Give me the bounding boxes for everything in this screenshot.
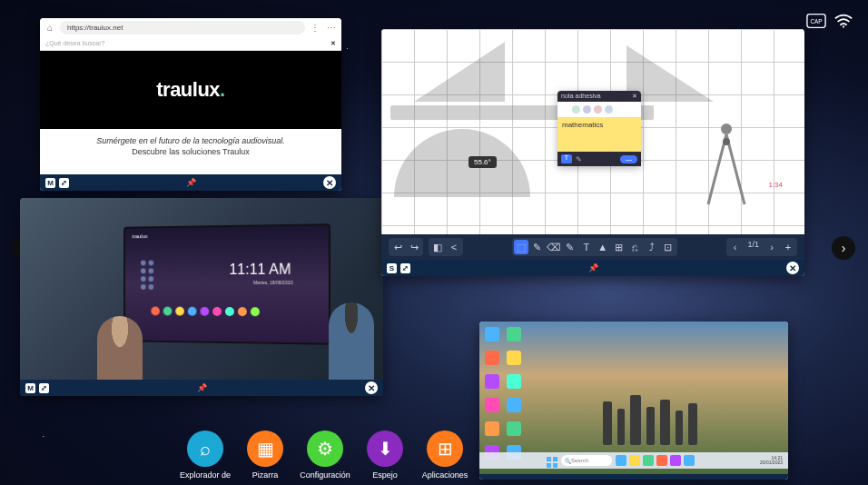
person-right bbox=[329, 302, 374, 380]
desktop-icon[interactable] bbox=[507, 327, 521, 341]
home-icon[interactable]: ⌂ bbox=[44, 21, 56, 34]
app-dock: ⌕Explorador de▦Pizarra⚙Configuración⬇Esp… bbox=[182, 431, 469, 480]
highlighter-tool[interactable]: ✎ bbox=[563, 240, 577, 254]
whiteboard-window[interactable]: 55.6° 1:34 nota adhesiva ✕ mathematics T… bbox=[381, 29, 804, 276]
desktop-icon[interactable] bbox=[485, 374, 499, 389]
note-body[interactable]: mathematics bbox=[557, 117, 641, 152]
dock-icon: ⬇ bbox=[367, 431, 403, 467]
close-icon[interactable]: ✕ bbox=[330, 40, 336, 47]
dock-label: Espejo bbox=[372, 470, 398, 480]
dock-item[interactable]: ⚙Configuración bbox=[301, 431, 349, 480]
windows-taskbar[interactable]: 🔍 Search 14:21 20/01/2023 bbox=[479, 452, 788, 469]
dock-item[interactable]: ▦Pizarra bbox=[242, 431, 289, 480]
window-badge[interactable]: M bbox=[25, 383, 35, 393]
desktop-icons[interactable] bbox=[485, 327, 521, 460]
start-button[interactable] bbox=[547, 455, 557, 466]
url-field[interactable]: https://traulux.net bbox=[60, 21, 305, 35]
grid-tool[interactable]: ⊞ bbox=[612, 240, 626, 254]
taskbar-pinned[interactable] bbox=[616, 455, 695, 466]
window-expand-icon[interactable]: ⤢ bbox=[59, 178, 69, 188]
undo-button[interactable]: ↩ bbox=[390, 240, 405, 254]
window-close-button[interactable]: ✕ bbox=[323, 176, 336, 189]
note-pen-tool[interactable]: ✎ bbox=[576, 155, 585, 163]
taskbar-search[interactable]: 🔍 Search bbox=[561, 455, 612, 466]
sticky-note[interactable]: nota adhesiva ✕ mathematics T ✎ — bbox=[557, 91, 641, 166]
note-close-icon[interactable]: ✕ bbox=[632, 93, 637, 100]
panel-button[interactable]: ◧ bbox=[430, 240, 445, 254]
select-tool[interactable]: ⬚ bbox=[514, 240, 528, 254]
note-color-picker[interactable] bbox=[557, 102, 641, 117]
text-tool[interactable]: T bbox=[579, 240, 594, 254]
desktop-icon[interactable] bbox=[507, 351, 521, 365]
more-icon[interactable]: ⋯ bbox=[325, 21, 338, 34]
taskbar-icon[interactable] bbox=[656, 455, 667, 466]
display-demo-window[interactable]: traulux 11:11 AM Martes, 18/08/2023 M ⤢ … bbox=[20, 198, 383, 396]
window-close-button[interactable]: ✕ bbox=[786, 262, 799, 274]
page-add-button[interactable]: + bbox=[781, 240, 795, 254]
elapsed-time: 1:34 bbox=[768, 181, 783, 189]
clear-tool[interactable]: ⎌ bbox=[628, 240, 643, 254]
note-color-swatch[interactable] bbox=[561, 105, 569, 114]
note-color-swatch[interactable] bbox=[572, 105, 580, 114]
caption-icon: CAP bbox=[806, 13, 826, 33]
note-color-swatch[interactable] bbox=[605, 105, 613, 114]
protractor-tool[interactable] bbox=[394, 129, 530, 197]
share-button[interactable]: < bbox=[447, 240, 461, 254]
clock-time: 11:11 AM bbox=[229, 262, 291, 278]
interactive-display: traulux 11:11 AM Martes, 18/08/2023 bbox=[123, 223, 330, 345]
set-square-1[interactable] bbox=[414, 42, 505, 102]
desktop-icon[interactable] bbox=[485, 327, 499, 341]
desktop-icon[interactable] bbox=[507, 398, 521, 412]
note-text-tool[interactable]: T bbox=[561, 154, 572, 163]
menu-icon[interactable]: ⋮ bbox=[309, 21, 321, 34]
shape-tool[interactable]: ▲ bbox=[596, 240, 610, 254]
dock-label: Aplicaciones bbox=[422, 470, 469, 480]
wifi-icon bbox=[833, 13, 853, 33]
person-left bbox=[97, 316, 143, 380]
whiteboard-canvas[interactable]: 55.6° 1:34 nota adhesiva ✕ mathematics T… bbox=[381, 29, 804, 234]
taskbar-icon[interactable] bbox=[670, 455, 681, 466]
layout-tool[interactable]: ⊡ bbox=[661, 240, 676, 254]
page-prev-button[interactable]: ‹ bbox=[728, 240, 743, 254]
desktop-icon[interactable] bbox=[507, 374, 521, 389]
search-placeholder: ¿Qué desea buscar? bbox=[45, 40, 104, 46]
note-confirm-button[interactable]: — bbox=[620, 155, 637, 163]
pen-tool[interactable]: ✎ bbox=[530, 240, 545, 254]
window-expand-icon[interactable]: ⤢ bbox=[39, 383, 49, 393]
page-next-button[interactable]: › bbox=[764, 240, 779, 254]
export-tool[interactable]: ⤴ bbox=[645, 240, 659, 254]
tagline-block: Sumérgete en el futuro de la tecnología … bbox=[40, 129, 341, 163]
redo-button[interactable]: ↪ bbox=[407, 240, 421, 254]
pin-icon[interactable]: 📌 bbox=[197, 383, 207, 392]
dock-label: Configuración bbox=[300, 470, 350, 480]
note-color-swatch[interactable] bbox=[594, 105, 602, 114]
window-badge[interactable]: S bbox=[387, 263, 397, 273]
dock-item[interactable]: ⬇Espejo bbox=[361, 431, 409, 480]
pin-icon[interactable]: 📌 bbox=[588, 263, 598, 272]
remote-desktop-window[interactable]: 🔍 Search 14:21 20/01/2023 bbox=[479, 322, 788, 480]
desktop-icon[interactable] bbox=[485, 398, 499, 412]
pin-icon[interactable]: 📌 bbox=[186, 178, 196, 187]
window-expand-icon[interactable]: ⤢ bbox=[400, 263, 410, 273]
taskbar-icon[interactable] bbox=[629, 455, 640, 466]
window-close-button[interactable]: ✕ bbox=[365, 381, 378, 394]
eraser-tool[interactable]: ⌫ bbox=[547, 240, 561, 254]
window-badge[interactable]: M bbox=[45, 178, 55, 188]
taskbar-clock[interactable]: 14:21 20/01/2023 bbox=[760, 456, 783, 466]
compass-tool[interactable] bbox=[690, 118, 763, 209]
dock-item[interactable]: ⌕Explorador de bbox=[182, 431, 229, 480]
desktop-wallpaper[interactable]: 🔍 Search 14:21 20/01/2023 bbox=[479, 322, 788, 474]
browser-window[interactable]: ⌂ https://traulux.net ⋮ ⋯ ¿Qué desea bus… bbox=[40, 18, 341, 191]
page-search-bar[interactable]: ¿Qué desea buscar? ✕ bbox=[40, 36, 341, 51]
carousel-next-button[interactable]: › bbox=[832, 236, 855, 260]
dock-item[interactable]: ⊞Aplicaciones bbox=[421, 431, 469, 480]
desktop-icon[interactable] bbox=[507, 421, 521, 436]
note-header[interactable]: nota adhesiva ✕ bbox=[557, 91, 641, 102]
desktop-icon[interactable] bbox=[485, 421, 499, 436]
dock-icon: ⚙ bbox=[307, 431, 343, 467]
taskbar-icon[interactable] bbox=[616, 455, 626, 466]
taskbar-icon[interactable] bbox=[684, 455, 695, 466]
taskbar-icon[interactable] bbox=[643, 455, 654, 466]
desktop-icon[interactable] bbox=[485, 351, 499, 365]
note-color-swatch[interactable] bbox=[583, 105, 591, 114]
